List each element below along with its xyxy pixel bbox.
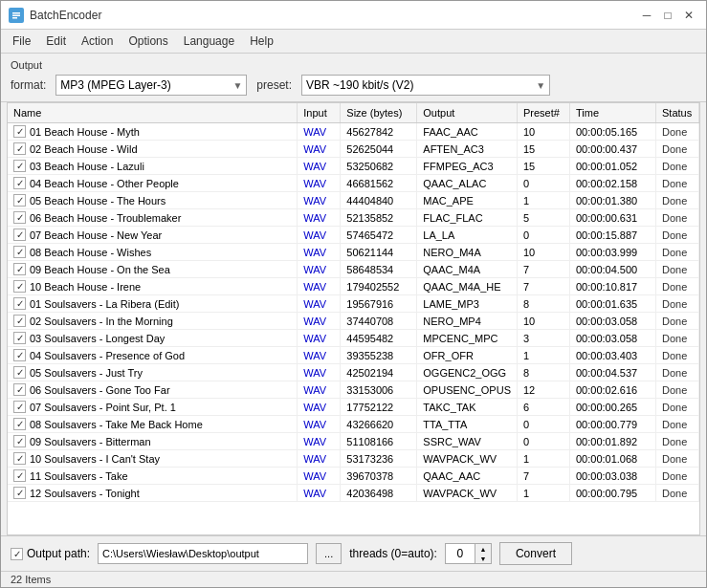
table-row[interactable]: ✓ 10 Beach House - Irene WAV 179402552 Q…: [8, 278, 699, 295]
table-row[interactable]: ✓ 03 Beach House - Lazuli WAV 53250682 F…: [8, 158, 699, 175]
preset-dropdown[interactable]: VBR ~190 kbit/s (V2) ▼: [301, 75, 550, 96]
row-checkbox[interactable]: ✓: [13, 349, 26, 361]
row-checkbox[interactable]: ✓: [13, 332, 26, 344]
table-row[interactable]: ✓ 12 Soulsavers - Tonight WAV 42036498 W…: [8, 485, 699, 502]
table-row[interactable]: ✓ 01 Beach House - Myth WAV 45627842 FAA…: [8, 123, 699, 141]
row-checkbox[interactable]: ✓: [13, 280, 26, 293]
format-dropdown-arrow: ▼: [232, 80, 242, 91]
cell-size: 51108166: [341, 433, 417, 450]
cell-output: FLAC_FLAC: [417, 209, 518, 227]
cell-input: WAV: [298, 278, 341, 295]
menu-item-action[interactable]: Action: [74, 32, 121, 51]
table-row[interactable]: ✓ 08 Soulsavers - Take Me Back Home WAV …: [8, 416, 699, 433]
table-row[interactable]: ✓ 03 Soulsavers - Longest Day WAV 445954…: [8, 330, 699, 347]
table-row[interactable]: ✓ 10 Soulsavers - I Can't Stay WAV 53173…: [8, 450, 699, 468]
row-checkbox[interactable]: ✓: [13, 366, 26, 379]
menu-item-help[interactable]: Help: [242, 32, 281, 51]
table-row[interactable]: ✓ 09 Soulsavers - Bitterman WAV 51108166…: [8, 433, 699, 450]
cell-output: MAC_APE: [417, 192, 518, 209]
cell-time: 00:00:15.887: [570, 227, 656, 244]
menu-item-options[interactable]: Options: [121, 32, 175, 51]
table-row[interactable]: ✓ 09 Beach House - On the Sea WAV 586485…: [8, 261, 699, 278]
table-row[interactable]: ✓ 04 Soulsavers - Presence of God WAV 39…: [8, 347, 699, 364]
row-checkbox[interactable]: ✓: [13, 418, 26, 430]
table-row[interactable]: ✓ 07 Soulsavers - Point Sur, Pt. 1 WAV 1…: [8, 399, 699, 416]
menu-item-edit[interactable]: Edit: [38, 32, 74, 51]
cell-name: ✓ 02 Beach House - Wild: [8, 141, 298, 158]
cell-status: Done: [656, 468, 699, 485]
file-table-container[interactable]: Name Input Size (bytes) Output Preset# T…: [7, 102, 700, 535]
minimize-button[interactable]: ─: [637, 6, 656, 25]
row-checkbox[interactable]: ✓: [13, 452, 26, 465]
cell-size: 19567916: [341, 295, 417, 313]
cell-name: ✓ 10 Beach House - Irene: [8, 278, 298, 295]
row-checkbox[interactable]: ✓: [13, 263, 26, 275]
cell-status: Done: [656, 347, 699, 364]
cell-output: QAAC_M4A: [417, 261, 518, 278]
output-path-checkbox[interactable]: ✓: [11, 548, 23, 560]
row-checkbox[interactable]: ✓: [13, 125, 26, 138]
app-icon: [9, 8, 24, 23]
cell-input: WAV: [298, 399, 341, 416]
row-checkbox[interactable]: ✓: [13, 229, 26, 241]
row-checkbox[interactable]: ✓: [13, 315, 26, 327]
row-checkbox[interactable]: ✓: [13, 401, 26, 413]
row-checkbox[interactable]: ✓: [13, 246, 26, 258]
row-checkbox[interactable]: ✓: [13, 160, 26, 172]
table-row[interactable]: ✓ 04 Beach House - Other People WAV 4668…: [8, 175, 699, 192]
table-row[interactable]: ✓ 05 Beach House - The Hours WAV 4440484…: [8, 192, 699, 209]
cell-size: 57465472: [341, 227, 417, 244]
row-checkbox[interactable]: ✓: [13, 211, 26, 224]
cell-size: 50621144: [341, 244, 417, 261]
cell-status: Done: [656, 381, 699, 399]
browse-button[interactable]: ...: [316, 543, 342, 564]
table-row[interactable]: ✓ 02 Beach House - Wild WAV 52625044 AFT…: [8, 141, 699, 158]
cell-output: TAKC_TAK: [417, 399, 518, 416]
threads-input[interactable]: [446, 544, 475, 563]
cell-size: 46681562: [341, 175, 417, 192]
col-header-size: Size (bytes): [341, 103, 417, 123]
threads-decrement-button[interactable]: ▼: [475, 554, 491, 563]
row-checkbox[interactable]: ✓: [13, 142, 26, 155]
row-checkbox[interactable]: ✓: [13, 435, 26, 447]
maximize-button[interactable]: □: [658, 6, 677, 25]
table-row[interactable]: ✓ 06 Soulsavers - Gone Too Far WAV 33153…: [8, 381, 699, 399]
row-checkbox[interactable]: ✓: [13, 177, 26, 189]
table-row[interactable]: ✓ 02 Soulsavers - In the Morning WAV 374…: [8, 313, 699, 330]
table-row[interactable]: ✓ 05 Soulsavers - Just Try WAV 42502194 …: [8, 364, 699, 381]
table-row[interactable]: ✓ 06 Beach House - Troublemaker WAV 5213…: [8, 209, 699, 227]
cell-input: WAV: [298, 261, 341, 278]
cell-status: Done: [656, 313, 699, 330]
cell-time: 00:00:03.999: [570, 244, 656, 261]
table-header: Name Input Size (bytes) Output Preset# T…: [8, 103, 699, 123]
cell-name: ✓ 01 Soulsavers - La Ribera (Edit): [8, 295, 298, 313]
convert-button[interactable]: Convert: [499, 542, 572, 565]
table-row[interactable]: ✓ 08 Beach House - Wishes WAV 50621144 N…: [8, 244, 699, 261]
table-row[interactable]: ✓ 01 Soulsavers - La Ribera (Edit) WAV 1…: [8, 295, 699, 313]
cell-status: Done: [656, 175, 699, 192]
row-checkbox[interactable]: ✓: [13, 469, 26, 482]
row-checkbox[interactable]: ✓: [13, 194, 26, 207]
cell-input: WAV: [298, 295, 341, 313]
table-row[interactable]: ✓ 11 Soulsavers - Take WAV 39670378 QAAC…: [8, 468, 699, 485]
row-checkbox[interactable]: ✓: [13, 383, 26, 396]
menu-item-language[interactable]: Language: [176, 32, 242, 51]
format-dropdown[interactable]: MP3 (MPEG Layer-3) ▼: [55, 75, 247, 96]
table-row[interactable]: ✓ 07 Beach House - New Year WAV 57465472…: [8, 227, 699, 244]
close-button[interactable]: ✕: [679, 6, 698, 25]
main-window: BatchEncoder ─ □ ✕ FileEditActionOptions…: [0, 0, 707, 588]
cell-output: FFMPEG_AC3: [417, 158, 518, 175]
threads-increment-button[interactable]: ▲: [475, 544, 491, 554]
menu-item-file[interactable]: File: [5, 32, 38, 51]
row-checkbox[interactable]: ✓: [13, 487, 26, 499]
cell-time: 00:00:02.158: [570, 175, 656, 192]
cell-time: 00:00:04.500: [570, 261, 656, 278]
cell-name: ✓ 02 Soulsavers - In the Morning: [8, 313, 298, 330]
cell-time: 00:00:05.165: [570, 123, 656, 141]
cell-preset: 15: [518, 141, 570, 158]
output-path-input[interactable]: [98, 543, 308, 564]
output-section: Output format: MP3 (MPEG Layer-3) ▼ pres…: [1, 54, 706, 102]
preset-dropdown-arrow: ▼: [536, 80, 545, 91]
row-checkbox[interactable]: ✓: [13, 297, 26, 310]
cell-status: Done: [656, 295, 699, 313]
